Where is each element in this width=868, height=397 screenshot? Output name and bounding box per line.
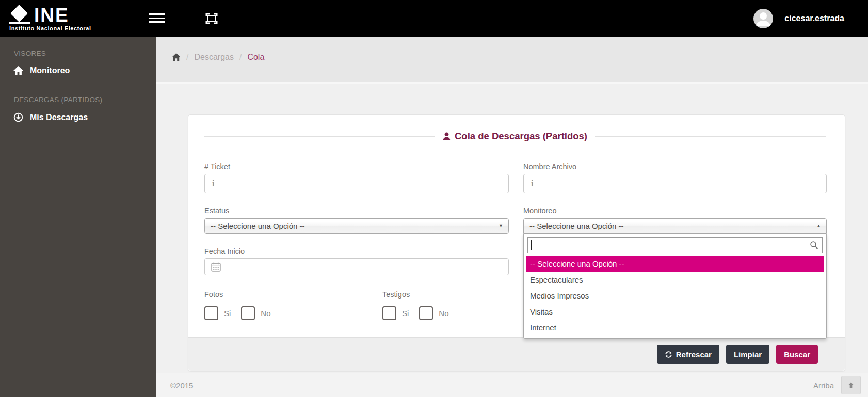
back-to-top-label: Arriba [813, 381, 834, 390]
sidebar: VISORES Monitoreo DESCARGAS (PARTIDOS) M… [0, 37, 156, 397]
breadcrumb-band: / Descargas / Cola [156, 37, 868, 84]
main-content: / Descargas / Cola [156, 37, 868, 397]
option-visitas[interactable]: Visitas [526, 304, 824, 320]
testigos-si-checkbox[interactable] [382, 306, 396, 320]
info-icon: i [531, 179, 533, 188]
refrescar-button[interactable]: Refrescar [657, 345, 719, 364]
monitoreo-options-list: -- Seleccione una Opción -- Espectacular… [526, 256, 824, 336]
estatus-select[interactable]: -- Seleccione una Opción -- ▼ [204, 218, 509, 234]
fecha-inicio-label: Fecha Inicio [204, 247, 509, 255]
info-icon: i [212, 179, 214, 188]
testigos-no-label: No [439, 309, 448, 318]
sidebar-header-visores: VISORES [14, 49, 46, 57]
testigos-no-checkbox[interactable] [419, 306, 433, 320]
site-footer: ©2015 Arriba [156, 373, 868, 397]
estatus-selected-value: -- Seleccione una Opción -- [211, 222, 305, 230]
monitoreo-select[interactable]: -- Seleccione una Opción -- ▲ [523, 218, 827, 234]
text-cursor [531, 240, 532, 250]
limpiar-button[interactable]: Limpiar [726, 345, 769, 364]
monitoreo-selected-value: -- Seleccione una Opción -- [529, 222, 624, 230]
ine-logo[interactable]: INE Instituto Nacional Electoral [0, 6, 156, 31]
refresh-icon [665, 351, 672, 358]
panel-footer: Refrescar Limpiar Buscar [188, 337, 845, 371]
fotos-label: Fotos [204, 290, 276, 299]
panel-title: Cola de Descargas (Partidos) [443, 130, 587, 142]
option-seleccione[interactable]: -- Seleccione una Opción -- [526, 256, 824, 272]
fotos-si-label: Si [224, 309, 231, 318]
search-icon [810, 241, 818, 250]
download-queue-panel: Cola de Descargas (Partidos) # Ticket i … [188, 114, 845, 371]
testigos-label: Testigos [382, 290, 454, 299]
back-to-top-button[interactable] [841, 376, 861, 394]
sidebar-item-label: Monitoreo [30, 66, 70, 75]
breadcrumb: / Descargas / Cola [172, 53, 264, 62]
breadcrumb-item-cola: Cola [247, 53, 264, 62]
brand-caption: Instituto Nacional Electoral [9, 25, 156, 31]
ine-diamond-icon [9, 6, 30, 24]
top-navbar: INE Instituto Nacional Electoral cicesar… [0, 0, 868, 37]
fotos-no-checkbox[interactable] [241, 306, 255, 320]
chevron-up-icon: ▲ [816, 223, 821, 228]
copyright: ©2015 [170, 381, 193, 390]
monitoreo-dropdown: -- Seleccione una Opción -- Espectacular… [523, 234, 827, 339]
app-root: INE Instituto Nacional Electoral cicesar… [0, 0, 868, 397]
option-medios-impresos[interactable]: Medios Impresos [526, 288, 824, 304]
person-icon [443, 132, 451, 140]
home-icon [13, 66, 23, 75]
fullscreen-icon[interactable] [205, 12, 218, 27]
breadcrumb-item-descargas[interactable]: Descargas [194, 53, 233, 62]
monitoreo-label: Monitoreo [523, 207, 827, 215]
nombre-archivo-input[interactable] [523, 174, 827, 193]
username: cicesar.estrada [784, 14, 844, 23]
avatar [753, 9, 773, 28]
fotos-no-label: No [261, 309, 270, 318]
monitoreo-search-input[interactable] [527, 237, 823, 253]
sidebar-header-descargas: DESCARGAS (PARTIDOS) [14, 96, 102, 104]
breadcrumb-separator: / [186, 53, 188, 62]
fecha-inicio-input[interactable] [204, 258, 509, 275]
home-icon[interactable] [172, 53, 181, 61]
estatus-label: Estatus [204, 207, 509, 215]
panel-body: Cola de Descargas (Partidos) # Ticket i … [188, 115, 845, 338]
nombre-archivo-label: Nombre Archivo [523, 162, 827, 171]
ticket-label: # Ticket [204, 162, 509, 171]
buscar-button[interactable]: Buscar [776, 345, 818, 364]
download-circle-icon [13, 112, 23, 122]
sidebar-item-label: Mis Descargas [30, 113, 88, 122]
fotos-si-checkbox[interactable] [204, 306, 218, 320]
brand-name: INE [34, 7, 69, 24]
calendar-icon [211, 262, 221, 272]
hamburger-menu-icon[interactable] [149, 13, 165, 23]
breadcrumb-separator: / [239, 53, 242, 62]
option-espectaculares[interactable]: Espectaculares [526, 272, 824, 288]
panel-title-row: Cola de Descargas (Partidos) [204, 130, 826, 142]
user-menu[interactable]: cicesar.estrada [753, 0, 844, 37]
ticket-input[interactable] [204, 174, 509, 193]
chevron-down-icon: ▼ [499, 223, 503, 228]
arrow-up-icon [847, 381, 855, 389]
testigos-si-label: Si [402, 309, 409, 318]
sidebar-item-mis-descargas[interactable]: Mis Descargas [13, 112, 88, 122]
sidebar-item-monitoreo[interactable]: Monitoreo [13, 66, 70, 75]
option-internet[interactable]: Internet [526, 320, 824, 336]
